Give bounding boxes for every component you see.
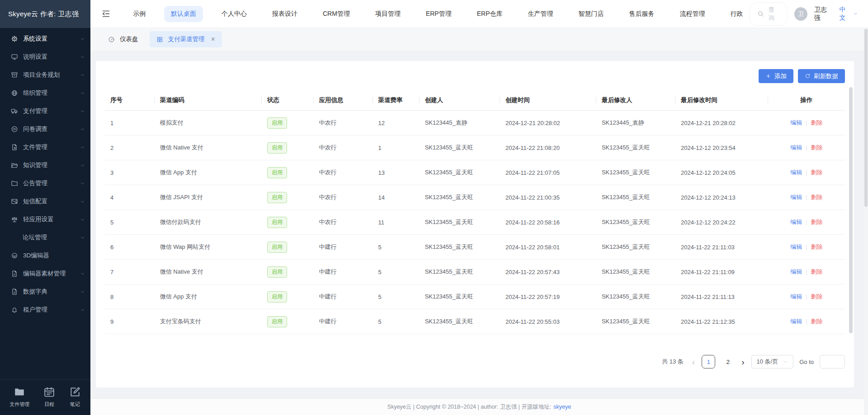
sidebar-item[interactable]: R数据字典 bbox=[0, 283, 90, 301]
sidebar-item-label: 数据字典 bbox=[23, 288, 80, 296]
cell-index: 2 bbox=[105, 135, 155, 160]
delete-link[interactable]: 删除 bbox=[811, 318, 823, 325]
edit-link[interactable]: 编辑 bbox=[790, 318, 802, 325]
search-input[interactable]: 查询 bbox=[750, 2, 787, 26]
sidebar-item[interactable]: 租户管理 bbox=[0, 301, 90, 319]
prev-page-button[interactable]: ‹ bbox=[691, 358, 696, 366]
next-page-button[interactable]: › bbox=[741, 358, 745, 366]
delete-link[interactable]: 删除 bbox=[811, 243, 823, 250]
cell-status: 启用 bbox=[262, 111, 314, 135]
open-tab-item[interactable]: 仪表盘 bbox=[101, 31, 145, 47]
cell-app-info: 中建行 bbox=[314, 284, 373, 309]
edit-link[interactable]: 编辑 bbox=[790, 144, 802, 151]
status-badge: 启用 bbox=[267, 316, 287, 327]
nav-tab[interactable]: ERP仓库 bbox=[470, 6, 509, 22]
delete-link[interactable]: 删除 bbox=[811, 144, 823, 151]
nav-tab[interactable]: 项目管理 bbox=[368, 6, 407, 22]
sidebar-item[interactable]: 组织管理 bbox=[0, 84, 90, 102]
page-scrollbar[interactable] bbox=[864, 28, 868, 415]
dock-item[interactable]: 文件管理 bbox=[9, 386, 29, 408]
nav-tab[interactable]: CRM管理 bbox=[316, 6, 357, 22]
action-separator: | bbox=[806, 243, 807, 250]
sidebar-item[interactable]: 支付管理 bbox=[0, 102, 90, 120]
main-area: 示例默认桌面个人中心报表设计CRM管理项目管理ERP管理ERP仓库生产管理智慧门… bbox=[90, 0, 868, 415]
sidebar-item[interactable]: 文件管理 bbox=[0, 138, 90, 156]
delete-link[interactable]: 删除 bbox=[811, 293, 823, 300]
cell-status: 启用 bbox=[262, 135, 314, 160]
cell-creator: SK123455_蓝天旺 bbox=[420, 210, 500, 235]
nav-tab[interactable]: 售后服务 bbox=[622, 6, 661, 22]
folder-icon bbox=[11, 180, 18, 187]
delete-link[interactable]: 删除 bbox=[811, 169, 823, 176]
add-button[interactable]: 添加 bbox=[759, 69, 793, 83]
edit-link[interactable]: 编辑 bbox=[790, 243, 802, 250]
sidebar-item[interactable]: P编辑器素材管理 bbox=[0, 265, 90, 283]
sidebar-item[interactable]: 轻应用设置 bbox=[0, 210, 90, 228]
sidebar-item[interactable]: 知识管理 bbox=[0, 156, 90, 174]
sidebar-item[interactable]: 论坛管理 bbox=[0, 228, 90, 247]
refresh-button[interactable]: 刷新数据 bbox=[798, 69, 845, 83]
sidebar-item[interactable]: 说明设置 bbox=[0, 48, 90, 66]
edit-link[interactable]: 编辑 bbox=[790, 119, 802, 126]
file-r-icon: R bbox=[11, 288, 18, 295]
refresh-button-label: 刷新数据 bbox=[814, 72, 838, 80]
footer-link[interactable]: skyeye bbox=[553, 404, 571, 410]
delete-link[interactable]: 删除 bbox=[811, 119, 823, 126]
nav-tab[interactable]: ERP管理 bbox=[419, 6, 458, 22]
sidebar-item-label: 轻应用设置 bbox=[23, 215, 80, 224]
cell-creator: SK123455_蓝天旺 bbox=[420, 135, 500, 160]
cell-actions: 编辑|删除 bbox=[768, 210, 845, 235]
nav-tab[interactable]: 生产管理 bbox=[521, 6, 560, 22]
sidebar-item[interactable]: 短信配置 bbox=[0, 192, 90, 210]
table-scrollbar[interactable] bbox=[849, 87, 853, 333]
sidebar-item[interactable]: 问卷调查 bbox=[0, 120, 90, 138]
table-row: 8微信 App 支付启用中建行5SK123455_蓝天旺2024-11-22 2… bbox=[105, 284, 845, 309]
nav-tab[interactable]: 示例 bbox=[126, 6, 152, 22]
sidebar-item[interactable]: 系统设置 bbox=[0, 30, 90, 48]
edit-link[interactable]: 编辑 bbox=[790, 219, 802, 225]
column-header: 创建人 bbox=[420, 90, 500, 111]
sidebar-item[interactable]: 公告管理 bbox=[0, 174, 90, 192]
delete-link[interactable]: 删除 bbox=[811, 268, 823, 275]
scales-icon bbox=[11, 216, 18, 223]
collapse-sidebar-icon[interactable] bbox=[101, 9, 111, 19]
grid-icon bbox=[156, 36, 163, 43]
folder-solid-icon bbox=[14, 386, 25, 398]
edit-link[interactable]: 编辑 bbox=[790, 293, 802, 300]
open-tab-active[interactable]: 支付渠道管理× bbox=[150, 31, 222, 47]
edit-link[interactable]: 编辑 bbox=[790, 169, 802, 176]
table-row: 2微信 Native 支付启用中农行1SK123455_蓝天旺2024-11-2… bbox=[105, 135, 845, 160]
delete-link[interactable]: 删除 bbox=[811, 194, 823, 201]
nav-tab[interactable]: 报表设计 bbox=[265, 6, 304, 22]
goto-page-input[interactable] bbox=[820, 355, 845, 368]
dock-item[interactable]: 笔记 bbox=[69, 386, 81, 408]
dock-item[interactable]: 日程 bbox=[43, 386, 55, 408]
chevron-down-icon bbox=[783, 359, 788, 364]
page-size-select[interactable]: 10 条/页 bbox=[751, 355, 794, 368]
nav-tab[interactable]: 智慧门店 bbox=[571, 6, 610, 22]
avatar[interactable]: 卫 bbox=[794, 7, 807, 21]
page-button-2[interactable]: 2 bbox=[721, 355, 735, 368]
sidebar-item[interactable]: 项目业务规划 bbox=[0, 66, 90, 84]
column-header: 操作 bbox=[768, 90, 845, 111]
user-name[interactable]: 卫志强 bbox=[814, 6, 833, 22]
delete-link[interactable]: 删除 bbox=[811, 219, 823, 225]
sidebar-dock: 文件管理日程笔记 bbox=[0, 379, 90, 415]
close-icon[interactable]: × bbox=[211, 36, 215, 43]
edit-link[interactable]: 编辑 bbox=[790, 268, 802, 275]
nav-tab[interactable]: 流程管理 bbox=[673, 6, 712, 22]
total-count: 共 13 条 bbox=[662, 358, 684, 366]
page-button-1[interactable]: 1 bbox=[702, 355, 715, 368]
cell-creator: SK123455_蓝天旺 bbox=[420, 160, 500, 185]
cell-modified-time: 2024-12-12 20:23:54 bbox=[675, 135, 768, 160]
page-scrollbar-thumb[interactable] bbox=[864, 29, 868, 207]
sidebar-item[interactable]: 3D编辑器 bbox=[0, 247, 90, 265]
nav-tab[interactable]: 行政 bbox=[723, 6, 750, 22]
nav-tab[interactable]: 默认桌面 bbox=[164, 6, 203, 22]
edit-link[interactable]: 编辑 bbox=[790, 194, 802, 201]
nav-tab[interactable]: 个人中心 bbox=[215, 6, 254, 22]
language-selector[interactable]: 中文 bbox=[839, 6, 858, 22]
cell-rate: 13 bbox=[373, 160, 420, 185]
toolbar: 添加 刷新数据 bbox=[105, 69, 845, 83]
tags-bar: 仪表盘支付渠道管理× bbox=[90, 28, 868, 51]
